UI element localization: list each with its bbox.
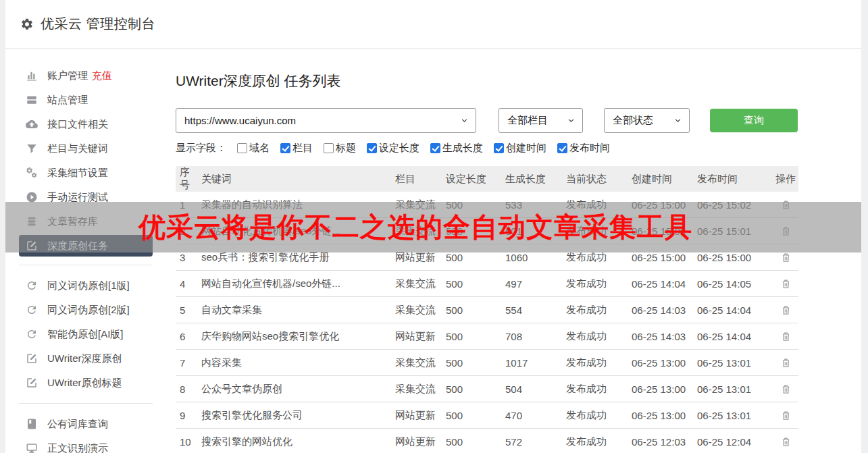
filter-bar: https://www.ucaiyun.com 全部栏目 全部状态 查询 xyxy=(176,108,861,133)
cell-status: 发布成功 xyxy=(566,218,632,244)
server-icon xyxy=(26,94,38,106)
cell-category: 网站更新 xyxy=(395,323,446,350)
sidebar-item-label: UWriter原创标题 xyxy=(47,377,122,390)
sidebar-item[interactable]: 智能伪原创[AI版] xyxy=(5,322,169,346)
delete-button[interactable] xyxy=(779,408,793,423)
trash-icon xyxy=(780,331,792,342)
field-option[interactable]: 域名 xyxy=(237,142,270,155)
cell-published: 06-25 13:01 xyxy=(697,376,773,402)
column-header: 关键词 xyxy=(201,166,395,192)
field-option[interactable]: 生成长度 xyxy=(430,142,483,155)
query-button[interactable]: 查询 xyxy=(710,109,798,132)
checkbox[interactable] xyxy=(280,143,290,153)
sidebar-item-label: 接口文件相关 xyxy=(47,118,108,131)
sidebar-item[interactable]: 同义词伪原创[1版] xyxy=(5,273,169,298)
cell-keyword: 庆华购物网站seo搜索引擎优化 xyxy=(201,323,395,350)
column-header: 生成长度 xyxy=(505,166,566,192)
delete-button[interactable] xyxy=(779,198,793,212)
sidebar-item[interactable]: 同义词伪原创[2版] xyxy=(5,298,169,322)
sidebar-item[interactable]: 站点管理 xyxy=(5,88,169,112)
fields-label: 显示字段： xyxy=(176,142,226,155)
cell-category: 采集交流 xyxy=(395,376,446,402)
field-option[interactable]: 设定长度 xyxy=(367,142,419,155)
cell-actions xyxy=(773,350,798,376)
cell-keyword: 搜索引擎的网站优化 xyxy=(201,429,395,453)
cell-gen-length: 572 xyxy=(505,429,566,453)
sidebar-item[interactable]: 公有词库查询 xyxy=(5,412,169,436)
cell-actions xyxy=(773,244,798,271)
cell-category: 采集交流 xyxy=(395,192,446,218)
field-option[interactable]: 标题 xyxy=(324,142,356,155)
cell-set-length: 500 xyxy=(446,429,505,453)
edit-icon xyxy=(26,352,38,365)
cell-published: 06-25 14:04 xyxy=(697,297,773,323)
cell-status: 发布成功 xyxy=(566,402,632,429)
delete-button[interactable] xyxy=(779,435,793,449)
site-select[interactable]: https://www.ucaiyun.com xyxy=(176,108,476,133)
sidebar-item-label: UWriter深度原创 xyxy=(47,352,122,365)
cell-keyword: 采集器的自动识别算法 xyxy=(201,192,395,218)
checkbox[interactable] xyxy=(237,143,247,153)
cell-actions xyxy=(773,192,798,218)
recharge-link[interactable]: 充值 xyxy=(92,70,112,82)
category-select[interactable]: 全部栏目 xyxy=(499,108,583,133)
cell-set-length: 500 xyxy=(446,376,505,402)
sidebar-item[interactable]: 手动运行测试 xyxy=(5,185,169,209)
delete-button[interactable] xyxy=(779,356,793,370)
delete-button[interactable] xyxy=(779,224,793,238)
checkbox[interactable] xyxy=(494,143,504,153)
delete-button[interactable] xyxy=(779,303,793,317)
cell-no: 4 xyxy=(176,271,201,297)
cell-status: 发布成功 xyxy=(566,350,632,376)
field-option-label: 创建时间 xyxy=(506,142,546,155)
main-content: UWriter深度原创 任务列表 https://www.ucaiyun.com… xyxy=(169,49,861,453)
cell-actions xyxy=(773,376,798,402)
checkbox[interactable] xyxy=(324,143,334,153)
edit-icon xyxy=(26,240,38,252)
sidebar-item[interactable]: 深度原创任务 xyxy=(19,235,153,257)
cell-no: 8 xyxy=(176,376,201,402)
site-select-value: https://www.ucaiyun.com xyxy=(184,115,296,126)
sidebar-item[interactable]: UWriter深度原创 xyxy=(5,346,169,371)
field-option[interactable]: 栏目 xyxy=(280,142,313,155)
column-header: 序号 xyxy=(176,166,201,192)
status-select[interactable]: 全部状态 xyxy=(604,108,690,133)
delete-button[interactable] xyxy=(779,277,793,291)
delete-button[interactable] xyxy=(779,250,793,265)
cell-set-length: 500 xyxy=(446,192,505,218)
cell-category: 采集交流 xyxy=(395,297,446,323)
sidebar-item[interactable]: 账户管理充值 xyxy=(5,63,169,88)
delete-button[interactable] xyxy=(779,329,793,344)
cell-created: 06-25 13:00 xyxy=(632,376,697,402)
checkbox[interactable] xyxy=(367,143,377,153)
field-option[interactable]: 创建时间 xyxy=(494,142,546,155)
sidebar-item[interactable]: 文章暂存库 xyxy=(5,209,169,234)
cell-published: 06-25 13:01 xyxy=(697,402,773,429)
table-row: 8公众号文章伪原创采集交流500504发布成功06-25 13:0006-25 … xyxy=(176,376,798,402)
delete-button[interactable] xyxy=(779,382,793,396)
cell-actions xyxy=(773,429,798,453)
sidebar-item[interactable]: 采集细节设置 xyxy=(5,161,169,185)
sidebar-item[interactable]: 栏目与关键词 xyxy=(5,136,169,161)
checkbox[interactable] xyxy=(430,143,440,153)
sidebar-item-label: 文章暂存库 xyxy=(47,215,98,228)
trash-icon xyxy=(780,436,792,448)
refresh-icon xyxy=(26,304,38,316)
cell-gen-length: 533 xyxy=(505,192,566,218)
cell-published: 06-25 15:00 xyxy=(697,244,773,271)
cell-status: 发布成功 xyxy=(566,376,632,402)
field-option[interactable]: 发布时间 xyxy=(557,142,610,155)
task-table: 序号关键词栏目设定长度生成长度当前状态创建时间发布时间操作 1采集器的自动识别算… xyxy=(176,166,798,453)
sidebar-nav: 账户管理充值站点管理接口文件相关栏目与关键词采集细节设置手动运行测试文章暂存库深… xyxy=(5,49,169,453)
bar-chart-icon xyxy=(26,70,38,82)
trash-icon xyxy=(780,410,792,421)
sidebar-item[interactable]: 正文识别演示 xyxy=(5,436,169,453)
cell-actions xyxy=(773,218,798,244)
checkbox[interactable] xyxy=(557,143,567,153)
table-row: 2网站自动化宣传机器/seo外链...采集交流500601发布成功06-25 1… xyxy=(176,218,798,244)
sidebar-item[interactable]: 接口文件相关 xyxy=(5,112,169,136)
trash-icon xyxy=(780,199,792,211)
cell-category: 采集交流 xyxy=(395,350,446,376)
sidebar-item[interactable]: UWriter原创标题 xyxy=(5,371,169,395)
field-option-label: 标题 xyxy=(336,142,356,155)
